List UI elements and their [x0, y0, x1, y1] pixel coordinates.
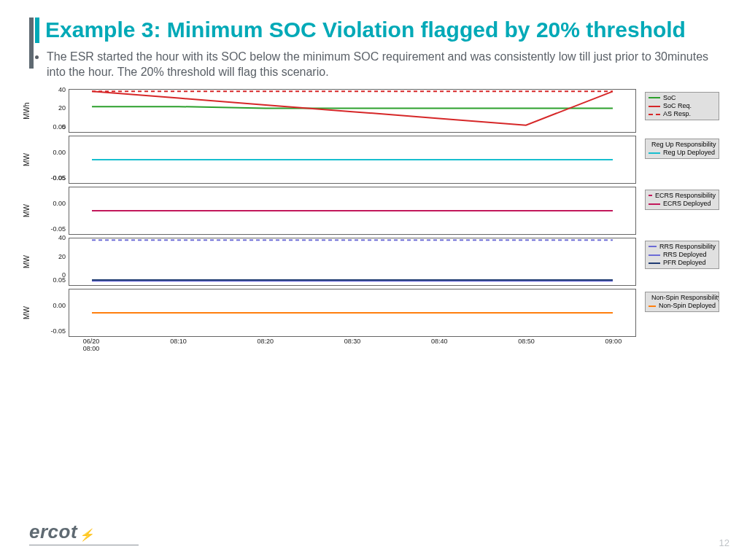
- legend-item: PFR Deployed: [649, 259, 716, 267]
- chart-panel: MW-0.050.000.05Non-Spin ResponsibilityNo…: [31, 287, 718, 338]
- legend-swatch: [649, 195, 652, 196]
- bullet-list: The ESR started the hour with its SOC be…: [47, 49, 718, 80]
- legend-item: SoC Req.: [649, 102, 716, 110]
- x-tick: 08:30: [344, 338, 361, 346]
- plot-area: [69, 187, 636, 235]
- series-line: [92, 106, 613, 108]
- chart-panel: MW-0.050.000.05ECRS ResponsibilityECRS D…: [31, 185, 718, 236]
- logo-text: ercot: [29, 521, 77, 542]
- legend-label: Reg Up Responsibility: [651, 141, 716, 149]
- legend-item: Non-Spin Responsibility: [649, 294, 716, 302]
- legend-swatch: [649, 97, 660, 98]
- y-axis-label: MW: [23, 291, 31, 335]
- legend-label: Non-Spin Deployed: [659, 302, 716, 310]
- chart-panel: MW02040RRS ResponsibilityRRS DeployedPFR…: [31, 236, 718, 287]
- title-block: Example 3: Minimum SOC Violation flagged…: [35, 18, 718, 43]
- chart-panel: MWh02040SoCSoC Req.AS Resp.: [31, 88, 718, 134]
- legend-swatch: [649, 152, 660, 154]
- plot-svg: [69, 187, 635, 234]
- y-tick: -0.05: [47, 327, 66, 335]
- x-tick: 06/2008:00: [83, 338, 100, 353]
- x-tick: 09:00: [605, 338, 622, 346]
- plot-svg: [69, 238, 635, 285]
- x-tick: 08:20: [257, 338, 274, 346]
- legend-swatch: [649, 262, 660, 264]
- y-axis-label: MWh: [23, 89, 31, 133]
- plot-area: [69, 89, 636, 133]
- legend-label: SoC: [663, 94, 676, 102]
- legend: Reg Up ResponsibilityReg Up Deployed: [645, 139, 719, 160]
- legend: SoCSoC Req.AS Resp.: [645, 92, 719, 121]
- page-number: 12: [719, 537, 729, 548]
- y-tick: 40: [47, 234, 66, 241]
- y-tick: 20: [47, 253, 66, 260]
- plot-svg: [69, 90, 635, 132]
- legend-label: PFR Deployed: [663, 259, 706, 267]
- legend-swatch: [649, 246, 657, 247]
- plot-area: [69, 238, 636, 286]
- legend-label: ECRS Deployed: [663, 200, 711, 208]
- y-axis-label: MW: [23, 138, 31, 182]
- legend: Non-Spin ResponsibilityNon-Spin Deployed: [645, 292, 719, 313]
- bullet-item: The ESR started the hour with its SOC be…: [47, 49, 718, 80]
- y-tick: 0.00: [47, 302, 66, 309]
- y-tick: 0.05: [47, 123, 66, 131]
- slide: Example 3: Minimum SOC Violation flagged…: [0, 0, 747, 560]
- y-axis-label: MW: [23, 189, 31, 233]
- legend-swatch: [649, 306, 656, 307]
- plot-svg: [69, 136, 635, 183]
- legend-label: RRS Deployed: [663, 251, 707, 259]
- legend-label: Reg Up Deployed: [663, 149, 715, 157]
- legend-item: RRS Responsibility: [649, 243, 716, 251]
- x-tick: 08:40: [431, 338, 448, 346]
- legend: RRS ResponsibilityRRS DeployedPFR Deploy…: [645, 241, 719, 270]
- logo-underline: [29, 545, 139, 545]
- charts-stack: MWh02040SoCSoC Req.AS Resp.MW-0.050.000.…: [31, 88, 718, 338]
- x-tick: 08:50: [518, 338, 535, 346]
- legend-item: SoC: [649, 94, 716, 102]
- legend-item: AS Resp.: [649, 110, 716, 118]
- y-tick: 0.05: [47, 276, 66, 284]
- legend-item: Reg Up Responsibility: [649, 141, 716, 149]
- legend-swatch: [649, 106, 660, 107]
- x-tick: 08:10: [170, 338, 187, 346]
- legend-item: Non-Spin Deployed: [649, 302, 716, 310]
- legend-label: AS Resp.: [663, 110, 691, 118]
- legend: ECRS ResponsibilityECRS Deployed: [645, 190, 719, 211]
- y-tick: -0.05: [47, 225, 66, 233]
- legend-item: ECRS Deployed: [649, 200, 716, 208]
- logo-bolt-icon: ⚡: [79, 528, 96, 542]
- y-tick: 0.05: [47, 174, 66, 182]
- plot-svg: [69, 289, 635, 336]
- legend-label: RRS Responsibility: [659, 243, 716, 251]
- footer: ercot⚡: [29, 521, 139, 545]
- y-tick: 20: [47, 104, 66, 112]
- legend-item: RRS Deployed: [649, 251, 716, 259]
- legend-item: ECRS Responsibility: [649, 192, 716, 200]
- y-tick: 40: [47, 86, 66, 93]
- plot-area: [69, 136, 636, 184]
- y-tick: 0.00: [47, 200, 66, 207]
- plot-area: [69, 289, 636, 337]
- legend-swatch: [649, 203, 660, 205]
- chart-panel: MW-0.050.000.05Reg Up ResponsibilityReg …: [31, 134, 718, 185]
- y-axis-label: MW: [23, 240, 31, 284]
- y-ticks: -0.050.000.05: [47, 287, 67, 338]
- legend-label: ECRS Responsibility: [655, 192, 716, 200]
- legend-item: Reg Up Deployed: [649, 149, 716, 157]
- legend-label: SoC Req.: [663, 102, 692, 110]
- legend-swatch: [649, 254, 660, 256]
- page-title: Example 3: Minimum SOC Violation flagged…: [45, 18, 718, 43]
- legend-swatch: [649, 114, 660, 115]
- y-ticks: -0.050.000.05: [47, 185, 67, 236]
- legend-label: Non-Spin Responsibility: [651, 294, 719, 302]
- y-tick: 0.00: [47, 149, 66, 156]
